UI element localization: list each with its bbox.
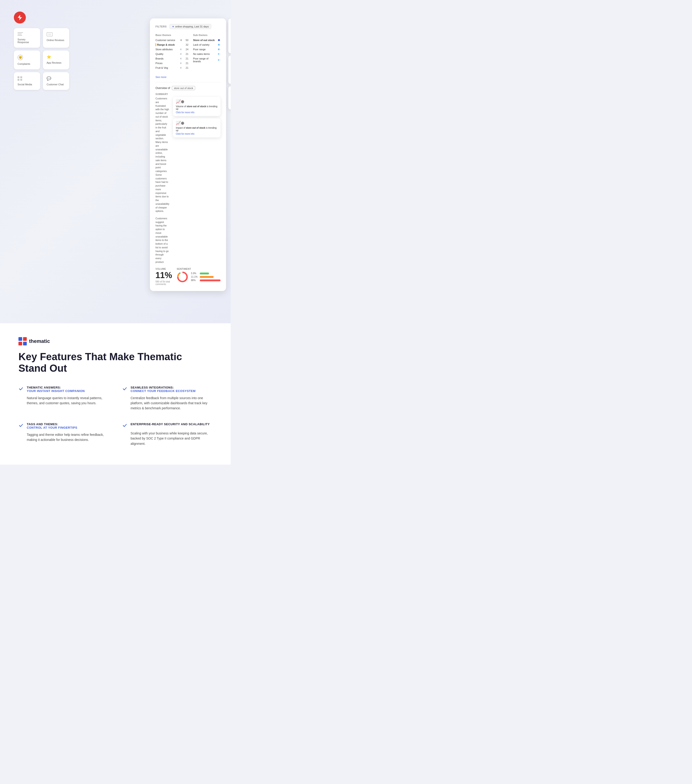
trend-card-link[interactable]: Click for more info xyxy=(176,111,218,114)
bottom-section: thematic Key Features That Make Thematic… xyxy=(0,323,231,465)
sentiment-bar-negative xyxy=(200,280,221,281)
theme-bar-container xyxy=(180,53,182,55)
features-grid: THEMATIC ANSWERS: YOUR INSTANT INSIGHT C… xyxy=(18,386,212,446)
theme-count: 32 xyxy=(184,43,188,46)
theme-name: Customer service xyxy=(155,39,178,41)
sentiment-bars: 5.9% 11.1% 88% xyxy=(191,272,221,282)
theme-count: 21 xyxy=(184,62,188,64)
theme-bar-container xyxy=(180,48,182,50)
trend-cards-right: 📈⊕ Volume of store out of stock is trend… xyxy=(173,97,221,137)
sentiment-row-1: 5.9% xyxy=(191,272,221,275)
theme-count: 21 xyxy=(184,66,188,69)
volume-number: 11% xyxy=(155,271,172,280)
sentiment-row-3: 88% xyxy=(191,279,221,282)
sub-theme-name: Poor range of brands xyxy=(193,57,216,63)
feature-item-1: THEMATIC ANSWERS: YOUR INSTANT INSIGHT C… xyxy=(18,386,109,411)
base-themes-col: Base themes Customer service 50 Range & … xyxy=(155,34,188,71)
theme-row-customer-service: Customer service 50 xyxy=(155,39,188,41)
theme-row-fruit: Fruit & Veg 21 xyxy=(155,66,188,69)
trending-up-icon-2: 📈⊕ xyxy=(176,120,218,126)
brand-logo: thematic xyxy=(18,337,212,346)
check-icon-2 xyxy=(122,386,127,391)
svg-rect-5 xyxy=(23,337,27,341)
brand-name: thematic xyxy=(29,338,50,344)
trend-card-text-2: Impact of store out of stock is trending… xyxy=(176,127,218,132)
filter-tag[interactable]: ▼ online shopping, Last 31 days xyxy=(170,24,211,29)
overview-title: Overview of store out of stock xyxy=(155,86,221,90)
volume-label: VOLUME xyxy=(155,268,172,270)
sub-theme-bar-container xyxy=(218,39,221,41)
feature-title-3: TAGS AND THEMES: CONTROL AT YOUR FINGERT… xyxy=(27,422,77,429)
svg-rect-6 xyxy=(18,342,22,346)
overview-prefix: Overview of xyxy=(155,86,170,90)
sentiment-row-2: 11.1% xyxy=(191,275,221,278)
sub-theme-name: Lack of variety xyxy=(193,43,216,46)
theme-name: Store attributes xyxy=(155,48,178,51)
feature-title-line1-3: TAGS AND THEMES: xyxy=(27,422,77,426)
feature-title-4: ENTERPRISE-READY SECURITY AND SCALABILIT… xyxy=(130,422,210,426)
main-heading: Key Features That Make Thematic Stand Ou… xyxy=(18,351,212,374)
base-themes-header: Base themes xyxy=(155,34,188,36)
theme-bar xyxy=(180,39,182,41)
feature-desc-4: Scaling with your business while keeping… xyxy=(130,431,212,446)
feature-desc-3: Tagging and theme editor help teams refi… xyxy=(27,432,109,443)
sentiment-gauge xyxy=(177,271,188,283)
filters-bar: FILTERS ▼ online shopping, Last 31 days xyxy=(155,24,221,29)
feature-header-2: SEAMLESS INTEGRATIONS: CONNECT YOUR FEED… xyxy=(122,386,212,393)
theme-bar-container xyxy=(180,58,182,59)
sub-theme-bar xyxy=(218,48,219,50)
metrics-row: VOLUME 11% 580 of 5k total comments SENT… xyxy=(155,268,221,285)
svg-rect-7 xyxy=(23,342,27,346)
theme-bar xyxy=(180,67,181,69)
sentiment-label: SENTIMENT xyxy=(177,268,221,270)
trend-card-link-2[interactable]: Click for more info xyxy=(176,133,218,135)
right-review-cards: The iced cake from the bakery section is… xyxy=(228,18,231,110)
check-icon-4 xyxy=(122,423,127,428)
sub-themes-col: Sub themes Store of out stock Lack of va… xyxy=(193,34,221,71)
sub-theme-row-2: Lack of variety xyxy=(193,43,221,46)
sub-theme-bar-container xyxy=(218,59,221,61)
review-card-3: ...it of a waste of time, adding product… xyxy=(228,86,231,110)
theme-row-range-stock: Range & stock 32 xyxy=(155,43,188,46)
feature-title-line2-2: CONNECT YOUR FEEDBACK ECOSYSTEM xyxy=(130,389,196,393)
review-card-1: The iced cake from the bakery section is… xyxy=(228,18,231,53)
theme-count: 21 xyxy=(184,57,188,60)
feature-title-line1-1: THEMATIC ANSWERS: xyxy=(27,386,85,389)
themes-columns: Base themes Customer service 50 Range & … xyxy=(155,34,221,71)
sub-theme-name: No sales items xyxy=(193,53,216,55)
theme-bar xyxy=(180,62,181,64)
sub-theme-bar xyxy=(218,59,219,61)
feature-item-2: SEAMLESS INTEGRATIONS: CONNECT YOUR FEED… xyxy=(122,386,212,411)
see-more-link[interactable]: See more xyxy=(155,76,166,78)
tag-arrow-icon: ▼ xyxy=(172,25,175,28)
sentiment-pct: 11.1% xyxy=(191,275,198,278)
theme-bar-container xyxy=(180,39,182,41)
sub-theme-row-1: Store of out stock xyxy=(193,39,221,41)
sub-theme-bar xyxy=(218,53,219,55)
feature-title-1: THEMATIC ANSWERS: YOUR INSTANT INSIGHT C… xyxy=(27,386,85,393)
theme-row-store-attr: Store attributes 24 xyxy=(155,48,188,51)
sub-theme-bar xyxy=(218,44,219,46)
sub-theme-bar xyxy=(218,39,220,41)
check-icon-1 xyxy=(18,386,23,391)
feature-item-4: ENTERPRISE-READY SECURITY AND SCALABILIT… xyxy=(122,422,212,446)
theme-bar xyxy=(180,58,181,59)
trend-card-text: Volume of store out of stock is trending… xyxy=(176,105,218,110)
theme-count: 24 xyxy=(184,48,188,51)
thematic-logo-icon xyxy=(18,337,27,346)
theme-name: Quality xyxy=(155,53,178,55)
feature-title-2: SEAMLESS INTEGRATIONS: CONNECT YOUR FEED… xyxy=(130,386,196,393)
feature-title-line1-2: SEAMLESS INTEGRATIONS: xyxy=(130,386,196,389)
overview-tag: store out of stock xyxy=(172,86,195,90)
sub-theme-bar-container xyxy=(218,53,221,55)
trending-up-icon: 📈⊕ xyxy=(176,99,218,104)
sentiment-pct: 88% xyxy=(191,279,198,282)
theme-bar-container xyxy=(180,62,182,64)
volume-sub: 580 of 5k total comments xyxy=(155,280,172,285)
sentiment-bar-neutral xyxy=(200,276,214,278)
summary-text: Customers are frustrated with the high n… xyxy=(155,97,169,264)
sub-theme-name: Poor range xyxy=(193,48,216,51)
overview-section: Overview of store out of stock SUMMARY C… xyxy=(155,82,221,285)
sub-theme-bar-container xyxy=(218,44,221,46)
sub-theme-row-4: No sales items xyxy=(193,53,221,55)
